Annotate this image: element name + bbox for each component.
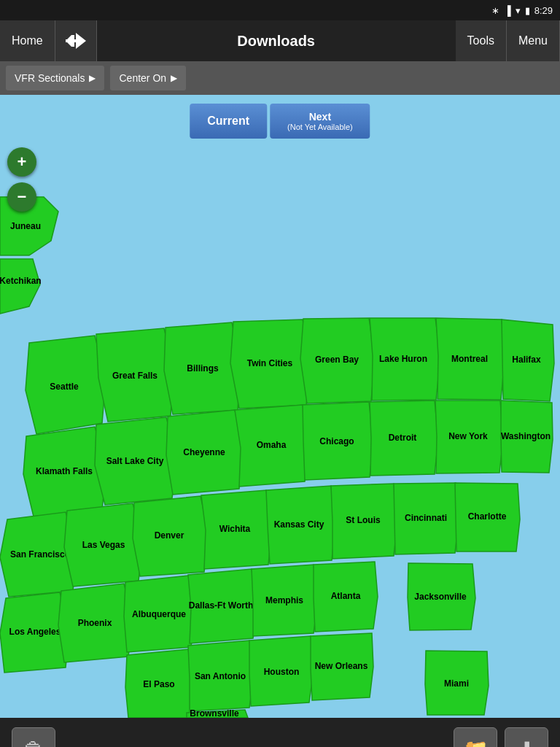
sub-toolbar: VFR Sectionals ▶ Center On ▶ <box>0 61 560 95</box>
center-on-arrow-icon: ▶ <box>171 73 177 83</box>
svg-rect-2 <box>71 35 74 47</box>
trash-icon: 🗑 <box>23 738 44 748</box>
las-vegas-region[interactable] <box>64 503 143 587</box>
washington-region[interactable] <box>501 400 553 473</box>
next-button[interactable]: Next (Not Yet Available) <box>270 104 370 139</box>
albuquerque-region[interactable] <box>124 576 195 652</box>
cincinnati-region[interactable] <box>394 483 459 554</box>
houston-region[interactable] <box>249 636 314 706</box>
chicago-region[interactable] <box>303 402 373 480</box>
new-orleans-region[interactable] <box>311 633 373 700</box>
kansas-city-region[interactable] <box>266 486 335 564</box>
download-button[interactable]: ⬇ <box>505 727 548 747</box>
miami-region[interactable] <box>425 651 489 715</box>
bluetooth-icon: ∗ <box>491 5 499 16</box>
memphis-region[interactable] <box>252 565 318 636</box>
map-controls: Current Next (Not Yet Available) <box>190 104 370 139</box>
ketchikan-region[interactable] <box>0 259 40 314</box>
page-title: Downloads <box>97 33 456 50</box>
tools-button[interactable]: Tools <box>456 20 507 61</box>
seattle-region[interactable] <box>26 336 106 434</box>
atlanta-region[interactable] <box>314 562 378 632</box>
status-bar: ∗ ▐ ▾ ▮ 8:29 <box>0 0 560 20</box>
st-louis-region[interactable] <box>331 484 397 559</box>
map-area: Current Next (Not Yet Available) + − .re… <box>0 95 560 718</box>
cheyenne-region[interactable] <box>166 410 244 495</box>
great-falls-region[interactable] <box>96 328 174 422</box>
zoom-out-button[interactable]: − <box>7 182 36 212</box>
svg-marker-3 <box>66 35 71 47</box>
trash-button[interactable]: 🗑 <box>12 727 55 747</box>
new-york-region[interactable] <box>435 400 503 473</box>
battery-icon: ▮ <box>525 5 530 16</box>
bottom-toolbar: 🗑 📁 ⬇ <box>0 718 560 747</box>
wichita-region[interactable] <box>201 490 272 569</box>
time-display: 8:29 <box>534 5 553 16</box>
salt-lake-city-region[interactable] <box>95 417 176 505</box>
el-paso-region[interactable] <box>125 649 194 718</box>
current-button[interactable]: Current <box>190 104 267 139</box>
home-button[interactable]: Home <box>0 20 55 61</box>
denver-region[interactable] <box>133 496 209 576</box>
signal-icon: ▐ <box>504 5 510 16</box>
detroit-region[interactable] <box>370 400 438 476</box>
billings-region[interactable] <box>164 322 241 414</box>
back-icon-button[interactable] <box>55 20 97 61</box>
san-francisco-region[interactable] <box>0 512 77 597</box>
map-svg: .region { fill: #22cc22; stroke: #1a9a1a… <box>0 95 560 718</box>
svg-marker-1 <box>76 33 86 49</box>
folder-button[interactable]: 📁 <box>454 727 497 747</box>
center-on-button[interactable]: Center On ▶ <box>110 66 186 90</box>
omaha-region[interactable] <box>235 405 309 487</box>
vfr-arrow-icon: ▶ <box>89 73 96 83</box>
vfr-sectionals-button[interactable]: VFR Sectionals ▶ <box>6 66 104 90</box>
right-tools: 📁 ⬇ <box>454 727 548 747</box>
san-antonio-region[interactable] <box>188 640 254 711</box>
twin-cities-region[interactable] <box>230 320 310 409</box>
green-bay-region[interactable] <box>300 318 375 403</box>
montreal-region[interactable] <box>436 318 505 400</box>
download-icon: ⬇ <box>518 738 535 748</box>
lake-huron-region[interactable] <box>370 318 440 400</box>
folder-icon: 📁 <box>463 738 489 748</box>
phoenix-region[interactable] <box>58 584 133 662</box>
jacksonville-region[interactable] <box>408 563 475 630</box>
wifi-icon: ▾ <box>516 5 521 16</box>
charlotte-region[interactable] <box>455 483 520 551</box>
klamath-falls-region[interactable] <box>23 427 106 516</box>
nav-bar: Home Downloads Tools Menu <box>0 20 560 61</box>
dallas-ft-worth-region[interactable] <box>188 569 257 643</box>
zoom-in-button[interactable]: + <box>7 147 36 177</box>
los-angeles-region[interactable] <box>0 592 69 673</box>
menu-button[interactable]: Menu <box>507 20 560 61</box>
halifax-region[interactable] <box>502 320 554 401</box>
